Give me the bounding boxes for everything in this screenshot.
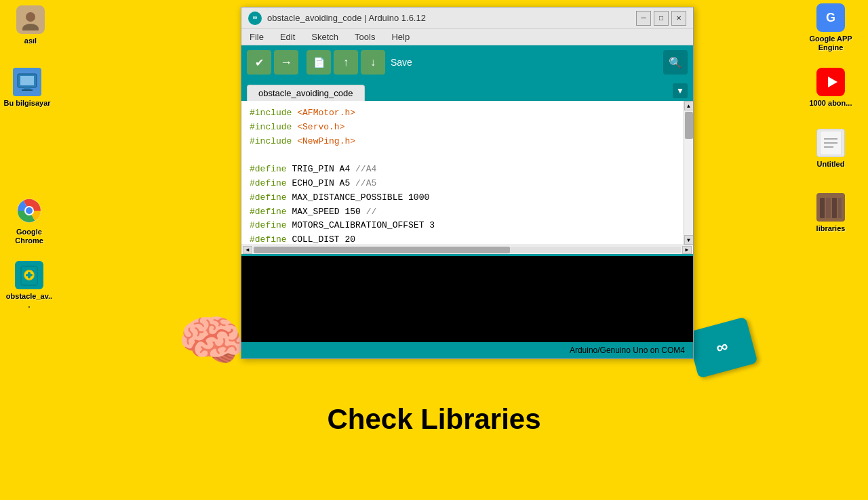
code-line-3: #include <NewPing.h> <box>250 135 675 149</box>
check-libraries-text: Check Libraries <box>327 403 540 436</box>
open-button[interactable]: ↑ <box>334 50 358 75</box>
verify-button[interactable]: ✔ <box>247 50 271 75</box>
svg-point-1 <box>22 24 39 30</box>
desktop: asıl Bu bilgisayar Google Chrome obstacl… <box>0 0 868 500</box>
scroll-right-arrow[interactable]: ▶ <box>682 246 692 254</box>
desktop-icon-untitled-label: Untitled <box>817 160 845 169</box>
scroll-h-track[interactable] <box>254 247 681 253</box>
status-bar: Arduino/Genuino Uno on COM4 <box>241 342 693 358</box>
status-board: Arduino/Genuino Uno on COM4 <box>570 346 685 355</box>
window-controls: — ☐ ✕ <box>636 11 686 26</box>
code-content: #include <AFMotor.h> #include <Servo.h> … <box>241 101 684 245</box>
code-line-7: #define MAX_DISTANCE_POSSIBLE 1000 <box>250 191 675 205</box>
search-button[interactable]: 🔍 <box>663 50 688 75</box>
code-line-blank <box>250 148 675 163</box>
desktop-icon-obstacle-label: obstacle_av... <box>5 292 53 310</box>
desktop-icon-user-label: asıl <box>24 37 37 45</box>
console-output <box>241 254 693 342</box>
window-title: obstacle_avoiding_code | Arduino 1.6.12 <box>267 13 426 23</box>
desktop-icon-chrome-label: Google Chrome <box>5 228 53 245</box>
toolbar: ✔ → 📄 ↑ ↓ Save 🔍 <box>241 45 693 79</box>
desktop-icon-untitled[interactable]: Untitled <box>807 129 854 169</box>
code-line-6: #define ECHO_PIN A5 //A5 <box>250 177 675 191</box>
scroll-up-arrow[interactable]: ▲ <box>684 101 694 110</box>
horizontal-scrollbar[interactable]: ◀ ▶ <box>241 245 693 254</box>
vertical-scrollbar[interactable]: ▲ ▼ <box>684 101 693 245</box>
desktop-icon-subs-label: 1000 abon... <box>810 99 852 108</box>
desktop-icon-bilgisayar[interactable]: Bu bilgisayar <box>3 68 51 108</box>
code-line-5: #define TRIG_PIN A4 //A4 <box>250 163 675 177</box>
svg-rect-23 <box>832 198 837 218</box>
desktop-icon-libraries[interactable]: libraries <box>807 193 854 233</box>
desktop-icon-libraries-label: libraries <box>816 224 846 233</box>
tab-dropdown-button[interactable]: ▼ <box>673 83 688 98</box>
code-tab[interactable]: obstacle_avoiding_code <box>247 85 365 101</box>
new-button[interactable]: 📄 <box>307 50 331 75</box>
upload-button[interactable]: → <box>274 50 298 75</box>
menu-help[interactable]: Help <box>389 30 412 43</box>
desktop-icon-user[interactable]: asıl <box>7 5 54 45</box>
svg-rect-3 <box>20 76 34 85</box>
menu-file[interactable]: File <box>247 30 267 43</box>
svg-rect-24 <box>838 198 842 218</box>
desktop-icon-chrome[interactable]: Google Chrome <box>5 196 53 245</box>
save-label: Save <box>391 57 412 68</box>
maximize-button[interactable]: ☐ <box>654 11 669 26</box>
arduino-ide-window: ∞ obstacle_avoiding_code | Arduino 1.6.1… <box>241 7 694 359</box>
titlebar-left: ∞ obstacle_avoiding_code | Arduino 1.6.1… <box>248 12 426 25</box>
desktop-icon-google-app-label: Google APP Engine <box>807 35 854 52</box>
desktop-icon-subs[interactable]: 1000 abon... <box>807 68 854 108</box>
close-button[interactable]: ✕ <box>671 11 686 26</box>
code-editor[interactable]: #include <AFMotor.h> #include <Servo.h> … <box>241 101 693 245</box>
menu-tools[interactable]: Tools <box>352 30 378 43</box>
desktop-icon-bilgisayar-label: Bu bilgisayar <box>3 99 50 108</box>
menu-sketch[interactable]: Sketch <box>309 30 341 43</box>
tab-bar: obstacle_avoiding_code ▼ <box>241 79 693 101</box>
svg-text:G: G <box>826 11 835 24</box>
scroll-down-arrow[interactable]: ▼ <box>684 235 694 245</box>
arduino-logo-decoration: ∞ <box>686 317 757 379</box>
scroll-left-arrow[interactable]: ◀ <box>243 246 252 254</box>
svg-rect-4 <box>24 87 31 89</box>
svg-rect-5 <box>22 89 33 91</box>
code-line-2: #include <Servo.h> <box>250 121 675 135</box>
menu-edit[interactable]: Edit <box>277 30 298 43</box>
svg-rect-12 <box>28 272 31 278</box>
code-line-8: #define MAX_SPEED 150 // <box>250 205 675 220</box>
menu-bar: File Edit Sketch Tools Help <box>241 29 693 45</box>
brain-decoration: 🧠 <box>178 314 245 368</box>
window-titlebar: ∞ obstacle_avoiding_code | Arduino 1.6.1… <box>241 7 693 29</box>
scroll-thumb[interactable] <box>685 112 693 139</box>
code-line-10: #define COLL_DIST 20 <box>250 233 675 245</box>
code-line-1: #include <AFMotor.h> <box>250 106 675 121</box>
svg-point-0 <box>26 12 35 22</box>
scroll-h-thumb[interactable] <box>254 247 510 253</box>
svg-rect-21 <box>820 198 825 218</box>
svg-rect-22 <box>826 198 831 218</box>
svg-point-8 <box>26 207 33 214</box>
arduino-logo: ∞ <box>248 12 262 25</box>
code-line-9: #define MOTORS_CALIBRATION_OFFSET 3 <box>250 219 675 233</box>
minimize-button[interactable]: — <box>636 11 651 26</box>
desktop-icon-google-app[interactable]: G Google APP Engine <box>807 3 854 52</box>
desktop-icon-obstacle[interactable]: obstacle_av... <box>5 261 53 310</box>
save-disk-button[interactable]: ↓ <box>361 50 385 75</box>
